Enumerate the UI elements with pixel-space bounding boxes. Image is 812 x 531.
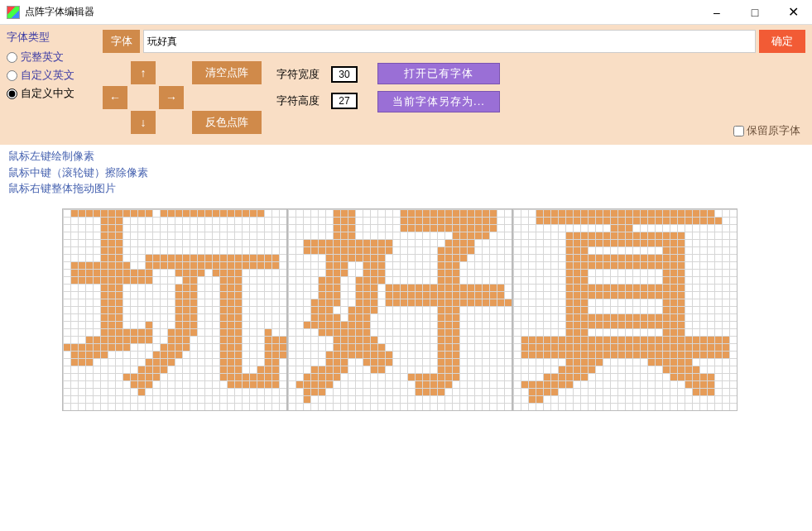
font-select-button[interactable]: 字体	[103, 30, 140, 53]
minimize-button[interactable]: –	[698, 0, 736, 25]
char-width-value[interactable]: 30	[331, 66, 358, 83]
app-icon	[7, 6, 20, 19]
char-height-row: 字符高度 27	[276, 93, 358, 109]
matrix-actions: 清空点阵 反色点阵	[192, 61, 262, 134]
hint-line-1: 鼠标左键绘制像素	[8, 148, 804, 165]
keep-original-checkbox[interactable]: 保留原字体	[733, 123, 800, 138]
controls-row: ↑ ← → ↓ 清空点阵 反色点阵 字符宽度 30 字符高度 27	[103, 58, 805, 136]
radio-custom-chinese-input[interactable]	[7, 88, 17, 99]
window-titlebar: 点阵字体编辑器 – □ ✕	[0, 0, 812, 25]
radio-custom-english-input[interactable]	[7, 70, 17, 81]
save-font-as-button[interactable]: 当前字体另存为...	[377, 91, 500, 112]
maximize-button[interactable]: □	[736, 0, 774, 25]
window-title: 点阵字体编辑器	[25, 5, 698, 19]
glyph-cell-2[interactable]	[512, 208, 738, 411]
glyph-cell-0[interactable]	[62, 208, 287, 411]
hint-line-2: 鼠标中键（滚轮键）擦除像素	[8, 165, 804, 181]
font-row: 字体 确定	[103, 30, 805, 53]
char-width-row: 字符宽度 30	[276, 66, 358, 83]
radio-full-english[interactable]: 完整英文	[7, 50, 96, 65]
font-type-group: 字体类型 完整英文 自定义英文 自定义中文	[7, 30, 96, 138]
char-width-label: 字符宽度	[276, 67, 320, 82]
close-button[interactable]: ✕	[774, 0, 812, 25]
font-type-label: 字体类型	[7, 30, 96, 45]
toolbar-main: 字体 确定 ↑ ← → ↓ 清空点阵 反色点阵 字符宽度 30 字符	[103, 30, 805, 138]
radio-custom-english-label: 自定义英文	[21, 68, 74, 83]
open-font-button[interactable]: 打开已有字体	[377, 63, 500, 84]
keep-original-input[interactable]	[733, 126, 744, 136]
toolbar-panel: 字体类型 完整英文 自定义英文 自定义中文 字体 确定 ↑ ← → ↓	[0, 25, 812, 145]
keep-original-label: 保留原字体	[747, 123, 800, 138]
glyph-cell-1[interactable]	[287, 208, 512, 411]
confirm-button[interactable]: 确定	[759, 30, 805, 53]
radio-full-english-input[interactable]	[7, 52, 17, 63]
char-height-label: 字符高度	[276, 93, 320, 108]
invert-matrix-button[interactable]: 反色点阵	[192, 111, 262, 134]
dimensions-group: 字符宽度 30 字符高度 27	[276, 66, 358, 109]
radio-custom-english[interactable]: 自定义英文	[7, 68, 96, 83]
hints-block: 鼠标左键绘制像素 鼠标中键（滚轮键）擦除像素 鼠标右键整体拖动图片	[0, 145, 812, 200]
clear-matrix-button[interactable]: 清空点阵	[192, 61, 262, 84]
font-text-input[interactable]	[143, 30, 756, 53]
file-actions: 打开已有字体 当前字体另存为...	[377, 63, 500, 112]
dpad: ↑ ← → ↓	[103, 61, 182, 136]
arrow-right-button[interactable]: →	[159, 86, 184, 109]
arrow-down-button[interactable]: ↓	[131, 111, 156, 134]
arrow-left-button[interactable]: ←	[103, 86, 127, 109]
arrow-up-button[interactable]: ↑	[131, 61, 156, 84]
hint-line-3: 鼠标右键整体拖动图片	[8, 180, 804, 197]
radio-custom-chinese[interactable]: 自定义中文	[7, 86, 96, 101]
pixel-editor-area[interactable]	[0, 200, 812, 411]
radio-custom-chinese-label: 自定义中文	[21, 86, 74, 101]
char-height-value[interactable]: 27	[331, 93, 358, 109]
radio-full-english-label: 完整英文	[21, 50, 64, 65]
